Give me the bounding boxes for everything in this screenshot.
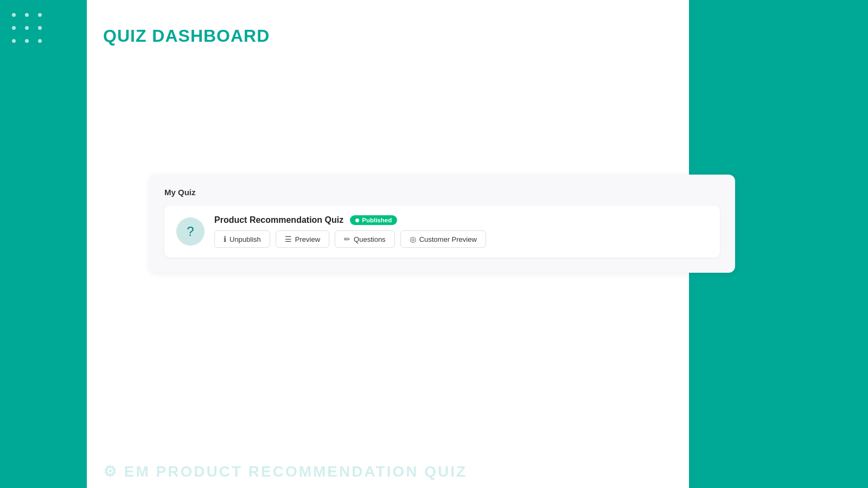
watermark-text: ⚙ EM PRODUCT RECOMMENDATION QUIZ: [87, 463, 689, 480]
customer-preview-button[interactable]: ◎ Customer Preview: [400, 230, 486, 248]
dot: [837, 426, 840, 430]
customer-preview-label: Customer Preview: [419, 235, 477, 243]
dot: [824, 439, 827, 443]
section-label: My Quiz: [164, 188, 720, 197]
dot: [837, 413, 840, 417]
quiz-title-row: Product Recommendation Quiz Published: [214, 215, 708, 225]
dot: [824, 426, 827, 430]
customer-preview-icon: ◎: [410, 235, 416, 243]
quiz-actions: ℹ Unpublish ☰ Preview ✏ Questions ◎ Cust…: [214, 230, 708, 248]
questions-icon: ✏: [344, 235, 350, 243]
unpublish-button[interactable]: ℹ Unpublish: [214, 230, 270, 248]
preview-icon: ☰: [285, 235, 292, 243]
dot: [824, 413, 827, 417]
quiz-info: Product Recommendation Quiz Published ℹ …: [214, 215, 708, 248]
page-title: QUIZ DASHBOARD: [103, 26, 270, 46]
dot: [25, 13, 29, 17]
quiz-name: Product Recommendation Quiz: [214, 215, 343, 225]
dot: [837, 439, 840, 443]
main-content: QUIZ DASHBOARD My Quiz ? Product Recomme…: [87, 0, 689, 488]
quiz-section: My Quiz ? Product Recommendation Quiz Pu…: [149, 175, 735, 273]
unpublish-icon: ℹ: [224, 235, 226, 243]
dot: [38, 39, 42, 43]
dot-grid-topleft: [12, 13, 43, 44]
published-badge: Published: [350, 215, 397, 225]
dot: [12, 13, 16, 17]
dot: [850, 439, 853, 443]
preview-button[interactable]: ☰ Preview: [276, 230, 329, 248]
quiz-question-icon: ?: [187, 224, 194, 239]
preview-label: Preview: [295, 235, 320, 243]
dot: [850, 413, 853, 417]
dot: [25, 39, 29, 43]
questions-label: Questions: [354, 235, 386, 243]
dot-grid-bottomright: [824, 413, 855, 445]
quiz-item: ? Product Recommendation Quiz Published …: [164, 206, 720, 258]
left-panel: [0, 0, 87, 488]
questions-button[interactable]: ✏ Questions: [335, 230, 395, 248]
dot: [38, 26, 42, 30]
quiz-icon-bubble: ?: [176, 217, 205, 246]
dot: [850, 426, 853, 430]
dot: [38, 13, 42, 17]
dot: [25, 26, 29, 30]
dot: [12, 39, 16, 43]
unpublish-label: Unpublish: [229, 235, 261, 243]
dot: [12, 26, 16, 30]
